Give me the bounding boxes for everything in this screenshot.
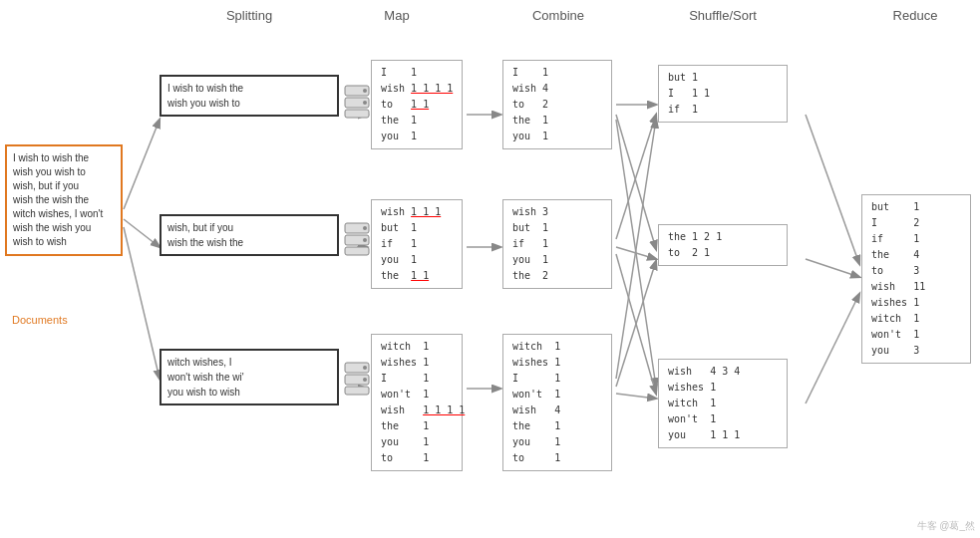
shuffle-box-3: wish4 3 4 wishes1 witch1 won't1 you1 1 1 [658, 359, 788, 448]
svg-line-13 [616, 247, 656, 259]
label-map: Map [367, 8, 427, 23]
svg-line-16 [616, 261, 656, 387]
map-box-1: I1 wish1 1 1 1 to1 1 the1 you1 [371, 60, 463, 149]
server-icon-1 [343, 84, 371, 120]
svg-line-20 [806, 294, 859, 404]
svg-point-34 [363, 366, 367, 370]
server-icon-3 [343, 361, 371, 397]
label-combine: Combine [508, 8, 608, 23]
svg-point-35 [363, 378, 367, 382]
document-box: I wish to wish the wish you wish to wish… [5, 144, 123, 256]
svg-line-17 [616, 394, 656, 399]
svg-line-11 [616, 120, 656, 387]
label-splitting: Splitting [184, 8, 314, 23]
combine-box-2: wish3 but1 if1 you1 the2 [502, 199, 612, 289]
document-label: Documents [12, 314, 68, 326]
watermark: 牛客 @葛_然 [917, 519, 976, 533]
svg-line-15 [616, 120, 656, 379]
svg-rect-33 [345, 387, 369, 395]
map-box-2: wish1 1 1 but1 if1 you1 the1 1 [371, 199, 463, 289]
svg-line-18 [806, 115, 859, 264]
split-box-1: I wish to wish thewish you wish to [160, 75, 339, 117]
label-shuffle: Shuffle/Sort [663, 8, 783, 23]
svg-rect-28 [345, 247, 369, 255]
svg-line-2 [124, 227, 160, 379]
svg-point-30 [363, 238, 367, 242]
svg-line-12 [616, 115, 656, 239]
svg-line-1 [124, 219, 160, 247]
svg-line-10 [616, 115, 656, 249]
arrows-svg [0, 0, 980, 538]
server-icon-2 [343, 221, 371, 257]
svg-line-19 [806, 259, 859, 277]
svg-point-29 [363, 226, 367, 230]
svg-point-24 [363, 89, 367, 93]
combine-box-3: witch1 wishes1 I1 won't1 wish4 the1 you1… [502, 334, 612, 471]
reduce-box: but1 I2 if1 the4 to3 wish11 wishes1 witc… [861, 194, 971, 364]
map-box-3: witch1 wishes1 I1 won't1 wish1 1 1 1 the… [371, 334, 463, 471]
svg-line-14 [616, 254, 656, 394]
split-box-3: witch wishes, Iwon't wish the wi'you wis… [160, 349, 339, 405]
shuffle-box-1: but1 I1 1 if1 [658, 65, 788, 123]
svg-point-25 [363, 101, 367, 105]
svg-line-0 [124, 120, 160, 209]
shuffle-box-2: the1 2 1 to2 1 [658, 224, 788, 266]
svg-rect-23 [345, 110, 369, 118]
label-reduce: Reduce [875, 8, 955, 23]
split-box-2: wish, but if youwish the wish the [160, 214, 339, 256]
combine-box-1: I1 wish4 to2 the1 you1 [502, 60, 612, 149]
